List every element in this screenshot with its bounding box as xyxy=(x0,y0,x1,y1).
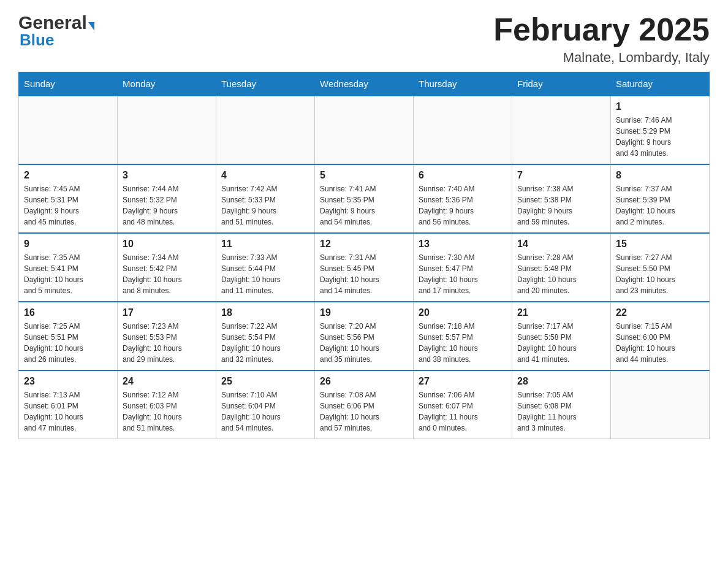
calendar-cell: 9Sunrise: 7:35 AM Sunset: 5:41 PM Daylig… xyxy=(19,233,118,302)
calendar-cell: 20Sunrise: 7:18 AM Sunset: 5:57 PM Dayli… xyxy=(414,302,512,370)
calendar-cell: 25Sunrise: 7:10 AM Sunset: 6:04 PM Dayli… xyxy=(216,370,315,439)
col-tuesday: Tuesday xyxy=(216,72,315,96)
col-wednesday: Wednesday xyxy=(315,72,414,96)
calendar-cell xyxy=(414,96,512,164)
day-info: Sunrise: 7:27 AM Sunset: 5:50 PM Dayligh… xyxy=(616,252,704,296)
day-number: 22 xyxy=(616,307,704,318)
calendar-cell: 15Sunrise: 7:27 AM Sunset: 5:50 PM Dayli… xyxy=(611,233,710,302)
day-info: Sunrise: 7:44 AM Sunset: 5:32 PM Dayligh… xyxy=(123,183,211,228)
calendar-cell: 21Sunrise: 7:17 AM Sunset: 5:58 PM Dayli… xyxy=(512,302,611,370)
calendar-cell: 4Sunrise: 7:42 AM Sunset: 5:33 PM Daylig… xyxy=(216,164,315,233)
day-info: Sunrise: 7:31 AM Sunset: 5:45 PM Dayligh… xyxy=(320,252,408,296)
calendar-cell: 16Sunrise: 7:25 AM Sunset: 5:51 PM Dayli… xyxy=(19,302,118,370)
day-number: 9 xyxy=(24,239,112,250)
day-info: Sunrise: 7:15 AM Sunset: 6:00 PM Dayligh… xyxy=(616,321,704,365)
calendar-cell: 13Sunrise: 7:30 AM Sunset: 5:47 PM Dayli… xyxy=(414,233,512,302)
day-number: 20 xyxy=(419,307,507,318)
title-block: February 2025 Malnate, Lombardy, Italy xyxy=(493,12,710,66)
day-number: 15 xyxy=(616,239,704,250)
day-info: Sunrise: 7:06 AM Sunset: 6:07 PM Dayligh… xyxy=(419,389,507,434)
calendar-header-row: Sunday Monday Tuesday Wednesday Thursday… xyxy=(19,72,710,96)
month-title: February 2025 xyxy=(493,12,710,47)
day-number: 13 xyxy=(419,239,507,250)
day-number: 18 xyxy=(221,307,309,318)
day-number: 10 xyxy=(123,239,211,250)
col-sunday: Sunday xyxy=(19,72,118,96)
calendar-cell: 23Sunrise: 7:13 AM Sunset: 6:01 PM Dayli… xyxy=(19,370,118,439)
day-number: 3 xyxy=(123,170,211,181)
day-number: 27 xyxy=(419,376,507,387)
day-number: 2 xyxy=(24,170,112,181)
calendar-cell xyxy=(19,96,118,164)
day-number: 12 xyxy=(320,239,408,250)
calendar-cell: 12Sunrise: 7:31 AM Sunset: 5:45 PM Dayli… xyxy=(315,233,414,302)
day-number: 6 xyxy=(419,170,507,181)
calendar-cell: 17Sunrise: 7:23 AM Sunset: 5:53 PM Dayli… xyxy=(118,302,216,370)
calendar-cell: 10Sunrise: 7:34 AM Sunset: 5:42 PM Dayli… xyxy=(118,233,216,302)
logo: General Blue xyxy=(18,12,94,50)
day-number: 16 xyxy=(24,307,112,318)
day-info: Sunrise: 7:18 AM Sunset: 5:57 PM Dayligh… xyxy=(419,321,507,365)
location: Malnate, Lombardy, Italy xyxy=(493,50,710,66)
day-number: 4 xyxy=(221,170,309,181)
day-number: 14 xyxy=(517,239,605,250)
day-number: 23 xyxy=(24,376,112,387)
day-info: Sunrise: 7:33 AM Sunset: 5:44 PM Dayligh… xyxy=(221,252,309,296)
day-number: 19 xyxy=(320,307,408,318)
day-number: 11 xyxy=(221,239,309,250)
calendar-cell: 24Sunrise: 7:12 AM Sunset: 6:03 PM Dayli… xyxy=(118,370,216,439)
col-friday: Friday xyxy=(512,72,611,96)
calendar-cell: 22Sunrise: 7:15 AM Sunset: 6:00 PM Dayli… xyxy=(611,302,710,370)
day-number: 8 xyxy=(616,170,704,181)
calendar-cell: 5Sunrise: 7:41 AM Sunset: 5:35 PM Daylig… xyxy=(315,164,414,233)
calendar-cell: 28Sunrise: 7:05 AM Sunset: 6:08 PM Dayli… xyxy=(512,370,611,439)
logo-triangle-icon xyxy=(88,22,94,31)
day-info: Sunrise: 7:28 AM Sunset: 5:48 PM Dayligh… xyxy=(517,252,605,296)
day-info: Sunrise: 7:30 AM Sunset: 5:47 PM Dayligh… xyxy=(419,252,507,296)
logo-general-text: General xyxy=(18,12,87,33)
day-info: Sunrise: 7:22 AM Sunset: 5:54 PM Dayligh… xyxy=(221,321,309,365)
day-info: Sunrise: 7:05 AM Sunset: 6:08 PM Dayligh… xyxy=(517,389,605,434)
day-info: Sunrise: 7:46 AM Sunset: 5:29 PM Dayligh… xyxy=(616,115,704,159)
day-info: Sunrise: 7:12 AM Sunset: 6:03 PM Dayligh… xyxy=(123,389,211,434)
calendar-cell xyxy=(611,370,710,439)
day-number: 1 xyxy=(616,101,704,112)
calendar-cell: 6Sunrise: 7:40 AM Sunset: 5:36 PM Daylig… xyxy=(414,164,512,233)
day-number: 7 xyxy=(517,170,605,181)
day-info: Sunrise: 7:37 AM Sunset: 5:39 PM Dayligh… xyxy=(616,183,704,228)
calendar-cell: 7Sunrise: 7:38 AM Sunset: 5:38 PM Daylig… xyxy=(512,164,611,233)
calendar-table: Sunday Monday Tuesday Wednesday Thursday… xyxy=(18,72,710,439)
col-monday: Monday xyxy=(118,72,216,96)
calendar-week-5: 23Sunrise: 7:13 AM Sunset: 6:01 PM Dayli… xyxy=(19,370,710,439)
day-info: Sunrise: 7:08 AM Sunset: 6:06 PM Dayligh… xyxy=(320,389,408,434)
calendar-cell: 11Sunrise: 7:33 AM Sunset: 5:44 PM Dayli… xyxy=(216,233,315,302)
day-info: Sunrise: 7:45 AM Sunset: 5:31 PM Dayligh… xyxy=(24,183,112,228)
calendar-week-2: 2Sunrise: 7:45 AM Sunset: 5:31 PM Daylig… xyxy=(19,164,710,233)
day-number: 5 xyxy=(320,170,408,181)
col-thursday: Thursday xyxy=(414,72,512,96)
day-info: Sunrise: 7:25 AM Sunset: 5:51 PM Dayligh… xyxy=(24,321,112,365)
calendar-cell: 27Sunrise: 7:06 AM Sunset: 6:07 PM Dayli… xyxy=(414,370,512,439)
calendar-cell xyxy=(512,96,611,164)
calendar-cell: 19Sunrise: 7:20 AM Sunset: 5:56 PM Dayli… xyxy=(315,302,414,370)
col-saturday: Saturday xyxy=(611,72,710,96)
calendar-cell xyxy=(216,96,315,164)
day-number: 21 xyxy=(517,307,605,318)
logo-blue-text: Blue xyxy=(20,31,54,50)
day-number: 26 xyxy=(320,376,408,387)
page-header: General Blue February 2025 Malnate, Lomb… xyxy=(18,12,710,66)
day-info: Sunrise: 7:13 AM Sunset: 6:01 PM Dayligh… xyxy=(24,389,112,434)
calendar-cell: 18Sunrise: 7:22 AM Sunset: 5:54 PM Dayli… xyxy=(216,302,315,370)
day-info: Sunrise: 7:17 AM Sunset: 5:58 PM Dayligh… xyxy=(517,321,605,365)
day-info: Sunrise: 7:38 AM Sunset: 5:38 PM Dayligh… xyxy=(517,183,605,228)
day-info: Sunrise: 7:23 AM Sunset: 5:53 PM Dayligh… xyxy=(123,321,211,365)
day-number: 25 xyxy=(221,376,309,387)
calendar-cell: 26Sunrise: 7:08 AM Sunset: 6:06 PM Dayli… xyxy=(315,370,414,439)
day-info: Sunrise: 7:10 AM Sunset: 6:04 PM Dayligh… xyxy=(221,389,309,434)
calendar-week-4: 16Sunrise: 7:25 AM Sunset: 5:51 PM Dayli… xyxy=(19,302,710,370)
calendar-cell: 1Sunrise: 7:46 AM Sunset: 5:29 PM Daylig… xyxy=(611,96,710,164)
day-info: Sunrise: 7:40 AM Sunset: 5:36 PM Dayligh… xyxy=(419,183,507,228)
calendar-week-3: 9Sunrise: 7:35 AM Sunset: 5:41 PM Daylig… xyxy=(19,233,710,302)
calendar-cell: 3Sunrise: 7:44 AM Sunset: 5:32 PM Daylig… xyxy=(118,164,216,233)
day-number: 28 xyxy=(517,376,605,387)
